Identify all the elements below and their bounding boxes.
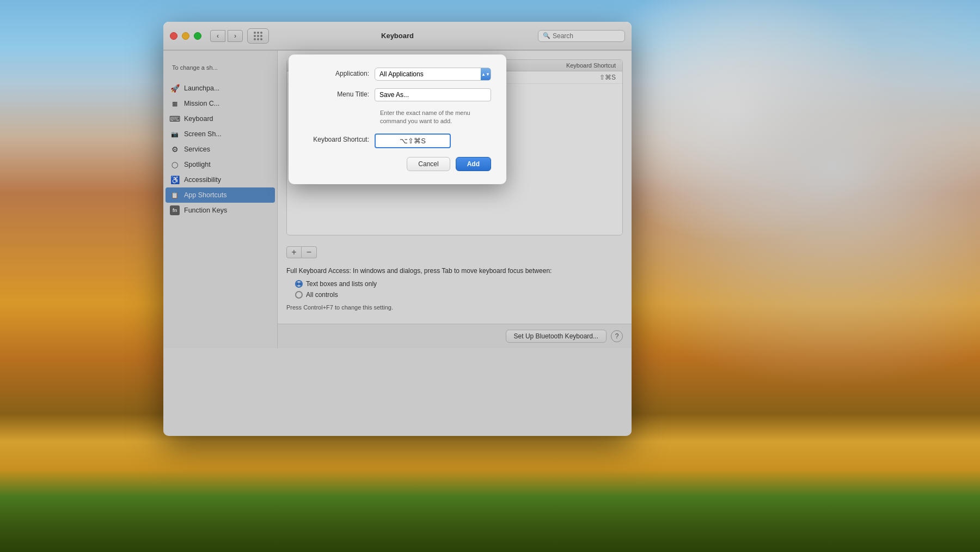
chevron-up-icon: ▲	[481, 72, 486, 77]
dialog-application-row: Application: All Applications ▲▼	[304, 68, 491, 81]
add-shortcut-dialog: Application: All Applications ▲▼ Menu Ti…	[289, 54, 506, 184]
menu-title-input[interactable]	[375, 88, 491, 101]
dialog-shortcut-row: Keyboard Shortcut:	[304, 134, 491, 148]
application-label: Application:	[304, 68, 375, 77]
keyboard-shortcut-label: Keyboard Shortcut:	[304, 134, 375, 143]
dialog-overlay: Application: All Applications ▲▼ Menu Ti…	[163, 22, 632, 436]
add-button[interactable]: Add	[456, 157, 491, 171]
application-value: All Applications	[379, 70, 424, 78]
keyboard-shortcut-input[interactable]	[375, 134, 451, 148]
menu-title-hint: Enter the exact name of the menu command…	[380, 109, 491, 126]
select-arrow-icon: ▲▼	[481, 68, 491, 80]
application-select[interactable]: All Applications ▲▼	[375, 68, 491, 81]
keyboard-preferences-window: ‹ › Keyboard 🔍 To	[163, 22, 632, 436]
cancel-button[interactable]: Cancel	[407, 157, 450, 171]
menu-title-label: Menu Title:	[304, 88, 375, 98]
dialog-menu-title-row: Menu Title:	[304, 88, 491, 101]
chevron-down-icon: ▼	[486, 72, 490, 77]
dialog-buttons: Cancel Add	[304, 157, 491, 171]
